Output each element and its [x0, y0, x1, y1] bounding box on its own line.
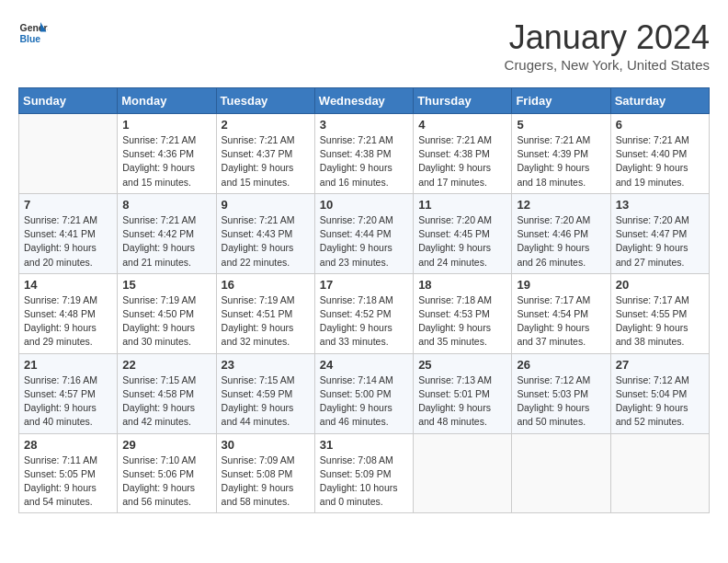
- calendar-table: Sunday Monday Tuesday Wednesday Thursday…: [18, 87, 710, 513]
- day-number: 21: [24, 358, 112, 372]
- day-info: Sunrise: 7:18 AM Sunset: 4:53 PM Dayligh…: [418, 293, 506, 350]
- table-row: 30Sunrise: 7:09 AM Sunset: 5:08 PM Dayli…: [216, 433, 314, 513]
- day-number: 6: [616, 118, 704, 132]
- day-info: Sunrise: 7:17 AM Sunset: 4:54 PM Dayligh…: [517, 293, 605, 350]
- table-row: [610, 433, 709, 513]
- calendar-week-row: 1Sunrise: 7:21 AM Sunset: 4:36 PM Daylig…: [19, 114, 710, 194]
- logo: General Blue: [18, 18, 48, 48]
- table-row: 9Sunrise: 7:21 AM Sunset: 4:43 PM Daylig…: [216, 193, 314, 273]
- header-thursday: Thursday: [414, 88, 512, 114]
- table-row: 19Sunrise: 7:17 AM Sunset: 4:54 PM Dayli…: [512, 273, 610, 353]
- page-header: General Blue January 2024 Crugers, New Y…: [18, 18, 710, 73]
- table-row: [414, 433, 512, 513]
- day-info: Sunrise: 7:16 AM Sunset: 4:57 PM Dayligh…: [24, 373, 112, 430]
- table-row: 8Sunrise: 7:21 AM Sunset: 4:42 PM Daylig…: [118, 193, 216, 273]
- table-row: 23Sunrise: 7:15 AM Sunset: 4:59 PM Dayli…: [216, 353, 314, 433]
- day-number: 20: [616, 278, 704, 292]
- day-info: Sunrise: 7:09 AM Sunset: 5:08 PM Dayligh…: [222, 454, 310, 510]
- table-row: 11Sunrise: 7:20 AM Sunset: 4:45 PM Dayli…: [414, 193, 512, 273]
- header-saturday: Saturday: [610, 88, 709, 114]
- table-row: 24Sunrise: 7:14 AM Sunset: 5:00 PM Dayli…: [314, 353, 413, 433]
- table-row: [19, 114, 118, 194]
- day-number: 2: [222, 118, 310, 132]
- day-info: Sunrise: 7:21 AM Sunset: 4:43 PM Dayligh…: [222, 213, 310, 270]
- day-number: 5: [517, 118, 605, 132]
- day-number: 19: [517, 278, 605, 292]
- day-number: 1: [122, 118, 210, 132]
- day-number: 25: [418, 358, 506, 372]
- table-row: 6Sunrise: 7:21 AM Sunset: 4:40 PM Daylig…: [610, 114, 709, 194]
- day-info: Sunrise: 7:08 AM Sunset: 5:09 PM Dayligh…: [320, 454, 408, 510]
- day-info: Sunrise: 7:15 AM Sunset: 4:59 PM Dayligh…: [222, 373, 310, 430]
- day-info: Sunrise: 7:10 AM Sunset: 5:06 PM Dayligh…: [122, 454, 210, 510]
- table-row: 20Sunrise: 7:17 AM Sunset: 4:55 PM Dayli…: [610, 273, 709, 353]
- calendar-title: January 2024: [505, 18, 710, 57]
- day-info: Sunrise: 7:11 AM Sunset: 5:05 PM Dayligh…: [24, 454, 112, 510]
- day-info: Sunrise: 7:21 AM Sunset: 4:36 PM Dayligh…: [122, 133, 210, 190]
- table-row: 17Sunrise: 7:18 AM Sunset: 4:52 PM Dayli…: [314, 273, 413, 353]
- day-info: Sunrise: 7:14 AM Sunset: 5:00 PM Dayligh…: [320, 373, 408, 430]
- day-info: Sunrise: 7:19 AM Sunset: 4:50 PM Dayligh…: [122, 293, 210, 350]
- table-row: 2Sunrise: 7:21 AM Sunset: 4:37 PM Daylig…: [216, 114, 314, 194]
- table-row: 22Sunrise: 7:15 AM Sunset: 4:58 PM Dayli…: [118, 353, 216, 433]
- day-number: 24: [320, 358, 408, 372]
- title-block: January 2024 Crugers, New York, United S…: [505, 18, 710, 73]
- header-tuesday: Tuesday: [216, 88, 314, 114]
- table-row: 18Sunrise: 7:18 AM Sunset: 4:53 PM Dayli…: [414, 273, 512, 353]
- day-info: Sunrise: 7:21 AM Sunset: 4:38 PM Dayligh…: [320, 133, 408, 190]
- calendar-header-row: Sunday Monday Tuesday Wednesday Thursday…: [19, 88, 710, 114]
- day-number: 9: [222, 198, 310, 212]
- day-number: 23: [222, 358, 310, 372]
- day-number: 11: [418, 198, 506, 212]
- day-number: 4: [418, 118, 506, 132]
- table-row: 27Sunrise: 7:12 AM Sunset: 5:04 PM Dayli…: [610, 353, 709, 433]
- day-info: Sunrise: 7:20 AM Sunset: 4:45 PM Dayligh…: [418, 213, 506, 270]
- day-number: 8: [122, 198, 210, 212]
- calendar-week-row: 7Sunrise: 7:21 AM Sunset: 4:41 PM Daylig…: [19, 193, 710, 273]
- table-row: 21Sunrise: 7:16 AM Sunset: 4:57 PM Dayli…: [19, 353, 118, 433]
- day-info: Sunrise: 7:12 AM Sunset: 5:04 PM Dayligh…: [616, 373, 704, 430]
- header-sunday: Sunday: [19, 88, 118, 114]
- day-number: 16: [222, 278, 310, 292]
- header-friday: Friday: [512, 88, 610, 114]
- table-row: 16Sunrise: 7:19 AM Sunset: 4:51 PM Dayli…: [216, 273, 314, 353]
- day-info: Sunrise: 7:21 AM Sunset: 4:38 PM Dayligh…: [418, 133, 506, 190]
- table-row: 4Sunrise: 7:21 AM Sunset: 4:38 PM Daylig…: [414, 114, 512, 194]
- day-number: 22: [122, 358, 210, 372]
- svg-text:Blue: Blue: [20, 34, 41, 44]
- table-row: 25Sunrise: 7:13 AM Sunset: 5:01 PM Dayli…: [414, 353, 512, 433]
- day-info: Sunrise: 7:21 AM Sunset: 4:41 PM Dayligh…: [24, 213, 112, 270]
- day-number: 10: [320, 198, 408, 212]
- table-row: [512, 433, 610, 513]
- table-row: 7Sunrise: 7:21 AM Sunset: 4:41 PM Daylig…: [19, 193, 118, 273]
- day-info: Sunrise: 7:17 AM Sunset: 4:55 PM Dayligh…: [616, 293, 704, 350]
- day-number: 12: [517, 198, 605, 212]
- table-row: 15Sunrise: 7:19 AM Sunset: 4:50 PM Dayli…: [118, 273, 216, 353]
- day-info: Sunrise: 7:20 AM Sunset: 4:44 PM Dayligh…: [320, 213, 408, 270]
- day-number: 28: [24, 438, 112, 452]
- day-info: Sunrise: 7:13 AM Sunset: 5:01 PM Dayligh…: [418, 373, 506, 430]
- day-info: Sunrise: 7:19 AM Sunset: 4:51 PM Dayligh…: [222, 293, 310, 350]
- day-info: Sunrise: 7:20 AM Sunset: 4:47 PM Dayligh…: [616, 213, 704, 270]
- calendar-week-row: 21Sunrise: 7:16 AM Sunset: 4:57 PM Dayli…: [19, 353, 710, 433]
- table-row: 31Sunrise: 7:08 AM Sunset: 5:09 PM Dayli…: [314, 433, 413, 513]
- day-number: 29: [122, 438, 210, 452]
- day-info: Sunrise: 7:19 AM Sunset: 4:48 PM Dayligh…: [24, 293, 112, 350]
- day-number: 17: [320, 278, 408, 292]
- table-row: 1Sunrise: 7:21 AM Sunset: 4:36 PM Daylig…: [118, 114, 216, 194]
- header-wednesday: Wednesday: [314, 88, 413, 114]
- day-number: 15: [122, 278, 210, 292]
- header-monday: Monday: [118, 88, 216, 114]
- day-number: 27: [616, 358, 704, 372]
- table-row: 5Sunrise: 7:21 AM Sunset: 4:39 PM Daylig…: [512, 114, 610, 194]
- day-number: 3: [320, 118, 408, 132]
- day-number: 13: [616, 198, 704, 212]
- table-row: 13Sunrise: 7:20 AM Sunset: 4:47 PM Dayli…: [610, 193, 709, 273]
- calendar-week-row: 28Sunrise: 7:11 AM Sunset: 5:05 PM Dayli…: [19, 433, 710, 513]
- day-info: Sunrise: 7:18 AM Sunset: 4:52 PM Dayligh…: [320, 293, 408, 350]
- table-row: 28Sunrise: 7:11 AM Sunset: 5:05 PM Dayli…: [19, 433, 118, 513]
- day-info: Sunrise: 7:21 AM Sunset: 4:42 PM Dayligh…: [122, 213, 210, 270]
- day-info: Sunrise: 7:21 AM Sunset: 4:37 PM Dayligh…: [222, 133, 310, 190]
- table-row: 14Sunrise: 7:19 AM Sunset: 4:48 PM Dayli…: [19, 273, 118, 353]
- day-number: 26: [517, 358, 605, 372]
